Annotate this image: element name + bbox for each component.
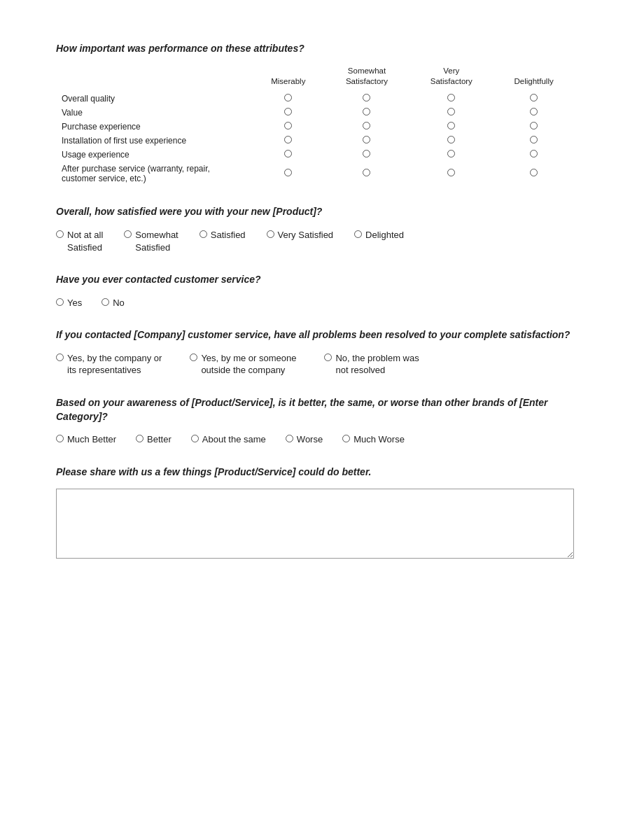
- q2-radio-satisfied[interactable]: [200, 230, 207, 238]
- q2-label-somewhat: SomewhatSatisfied: [135, 229, 178, 253]
- perf-radio-4-0[interactable]: [284, 150, 292, 158]
- perf-radio-3-2[interactable]: [447, 136, 455, 144]
- q5-option-worse[interactable]: Worse: [286, 433, 323, 446]
- q4-radio-yes-someone[interactable]: [190, 354, 197, 361]
- perf-radio-cell-4-3[interactable]: [493, 148, 574, 162]
- q5-label-much-better: Much Better: [67, 433, 116, 446]
- perf-radio-1-0[interactable]: [284, 108, 292, 115]
- perf-radio-cell-5-3[interactable]: [493, 162, 574, 186]
- perf-radio-cell-4-2[interactable]: [409, 148, 493, 162]
- perf-radio-5-0[interactable]: [284, 169, 292, 176]
- q2-radio-delighted[interactable]: [354, 230, 362, 238]
- q2-label-satisfied: Satisfied: [211, 229, 246, 241]
- q5-option-much-worse[interactable]: Much Worse: [342, 433, 405, 446]
- q5-label-about-same: About the same: [202, 433, 266, 446]
- perf-radio-cell-0-0[interactable]: [252, 92, 325, 106]
- q2-option-very-satisfied[interactable]: Very Satisfied: [267, 229, 334, 253]
- q6-section: Please share with us a few things [Produ…: [56, 465, 574, 561]
- q3-option-no[interactable]: No: [102, 297, 125, 309]
- q2-option-delighted[interactable]: Delighted: [354, 229, 404, 253]
- q5-label-much-worse: Much Worse: [354, 433, 405, 446]
- perf-radio-4-3[interactable]: [530, 150, 538, 158]
- q5-radio-much-better[interactable]: [56, 435, 64, 442]
- q4-radio-yes-company[interactable]: [56, 354, 64, 361]
- q3-section: Have you ever contacted customer service…: [56, 273, 574, 309]
- q3-radio-no[interactable]: [102, 298, 109, 306]
- q1-title: How important was performance on these a…: [56, 42, 574, 56]
- perf-row-label-1: Value: [56, 106, 252, 120]
- q6-textarea[interactable]: [56, 489, 574, 559]
- perf-radio-2-1[interactable]: [363, 122, 370, 130]
- perf-radio-5-1[interactable]: [363, 169, 370, 176]
- perf-radio-5-2[interactable]: [447, 169, 455, 176]
- perf-radio-cell-1-2[interactable]: [409, 106, 493, 120]
- perf-radio-4-2[interactable]: [447, 150, 455, 158]
- perf-radio-3-0[interactable]: [284, 136, 292, 144]
- perf-radio-cell-3-1[interactable]: [325, 134, 410, 148]
- perf-radio-2-2[interactable]: [447, 122, 455, 130]
- perf-radio-cell-1-0[interactable]: [252, 106, 325, 120]
- perf-radio-cell-0-2[interactable]: [409, 92, 493, 106]
- q4-options: Yes, by the company orits representative…: [56, 352, 574, 377]
- perf-radio-cell-3-0[interactable]: [252, 134, 325, 148]
- perf-radio-cell-2-3[interactable]: [493, 120, 574, 134]
- q4-option-no-resolved[interactable]: No, the problem wasnot resolved: [324, 352, 419, 377]
- q2-option-somewhat[interactable]: SomewhatSatisfied: [124, 229, 178, 253]
- perf-radio-cell-1-3[interactable]: [493, 106, 574, 120]
- q5-radio-about-same[interactable]: [191, 435, 199, 442]
- perf-radio-cell-0-1[interactable]: [325, 92, 410, 106]
- perf-radio-cell-5-2[interactable]: [409, 162, 493, 186]
- perf-radio-cell-5-0[interactable]: [252, 162, 325, 186]
- q3-label-yes: Yes: [67, 297, 82, 309]
- col-header-very: VerySatisfactory: [409, 66, 493, 92]
- perf-radio-cell-1-1[interactable]: [325, 106, 410, 120]
- perf-radio-cell-3-3[interactable]: [493, 134, 574, 148]
- perf-radio-2-0[interactable]: [284, 122, 292, 130]
- col-header-miserably: Miserably: [252, 66, 325, 92]
- perf-radio-0-2[interactable]: [447, 94, 455, 102]
- perf-radio-cell-2-0[interactable]: [252, 120, 325, 134]
- q2-option-satisfied[interactable]: Satisfied: [200, 229, 246, 253]
- q2-radio-very-satisfied[interactable]: [267, 230, 274, 238]
- perf-radio-cell-3-2[interactable]: [409, 134, 493, 148]
- q4-radio-no-resolved[interactable]: [324, 354, 332, 361]
- perf-radio-cell-2-1[interactable]: [325, 120, 410, 134]
- q2-option-not-at-all[interactable]: Not at allSatisfied: [56, 229, 103, 253]
- col-header-somewhat: SomewhatSatisfactory: [325, 66, 410, 92]
- perf-radio-1-3[interactable]: [530, 108, 538, 115]
- perf-radio-cell-4-1[interactable]: [325, 148, 410, 162]
- q5-option-better[interactable]: Better: [136, 433, 172, 446]
- q2-radio-somewhat[interactable]: [124, 230, 132, 238]
- perf-radio-cell-2-2[interactable]: [409, 120, 493, 134]
- q5-options: Much Better Better About the same Worse …: [56, 433, 574, 446]
- q5-radio-better[interactable]: [136, 435, 144, 442]
- perf-row-label-5: After purchase service (warranty, repair…: [56, 162, 252, 186]
- q2-label-not-at-all: Not at allSatisfied: [67, 229, 103, 253]
- q5-radio-much-worse[interactable]: [342, 435, 350, 442]
- q5-option-about-same[interactable]: About the same: [191, 433, 266, 446]
- perf-radio-3-1[interactable]: [363, 136, 370, 144]
- q3-option-yes[interactable]: Yes: [56, 297, 82, 309]
- perf-radio-0-1[interactable]: [363, 94, 370, 102]
- q5-label-worse: Worse: [297, 433, 323, 446]
- q3-radio-yes[interactable]: [56, 298, 64, 306]
- perf-radio-3-3[interactable]: [530, 136, 538, 144]
- q2-label-delighted: Delighted: [365, 229, 404, 241]
- perf-radio-5-3[interactable]: [530, 169, 538, 176]
- q4-section: If you contacted [Company] customer serv…: [56, 328, 574, 377]
- perf-radio-2-3[interactable]: [530, 122, 538, 130]
- perf-radio-0-0[interactable]: [284, 94, 292, 102]
- perf-radio-0-3[interactable]: [530, 94, 538, 102]
- q4-option-yes-someone[interactable]: Yes, by me or someoneoutside the company: [190, 352, 296, 377]
- q3-label-no: No: [113, 297, 125, 309]
- q5-radio-worse[interactable]: [286, 435, 293, 442]
- perf-radio-1-2[interactable]: [447, 108, 455, 115]
- perf-radio-1-1[interactable]: [363, 108, 370, 115]
- perf-radio-4-1[interactable]: [363, 150, 370, 158]
- q5-option-much-better[interactable]: Much Better: [56, 433, 116, 446]
- perf-radio-cell-0-3[interactable]: [493, 92, 574, 106]
- perf-radio-cell-4-0[interactable]: [252, 148, 325, 162]
- q2-radio-not-at-all[interactable]: [56, 230, 64, 238]
- q4-option-yes-company[interactable]: Yes, by the company orits representative…: [56, 352, 162, 377]
- perf-radio-cell-5-1[interactable]: [325, 162, 410, 186]
